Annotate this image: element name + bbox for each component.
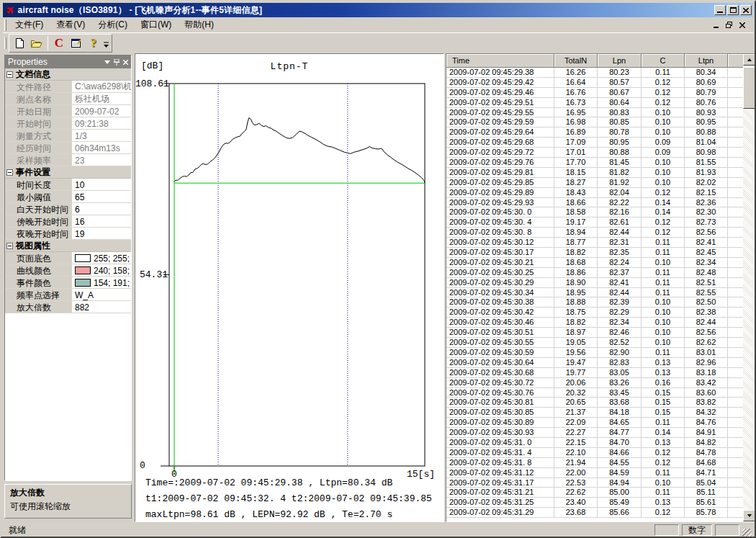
open-file-button[interactable] — [28, 35, 45, 51]
property-section-header[interactable]: 视图属性 — [5, 240, 131, 252]
new-file-button[interactable] — [11, 35, 28, 51]
table-row[interactable]: 2009-07-02 09:45:30.6819.7783.050.1383.1… — [446, 368, 743, 378]
property-row[interactable]: 事件颜色154; 191; 18 — [5, 277, 131, 289]
table-row[interactable]: 2009-07-02 09:45:29.6817.0980.950.0981.0… — [446, 138, 743, 148]
table-row[interactable]: 2009-07-02 09:45:31. 022.1584.700.1384.8… — [446, 438, 743, 448]
table-row[interactable]: 2009-07-02 09:45:30.6419.4782.830.1382.9… — [446, 358, 743, 368]
collapse-icon[interactable] — [6, 71, 13, 78]
property-row[interactable]: 曲线颜色240; 158; 15 — [5, 264, 131, 277]
table-row[interactable]: 2009-07-02 09:45:29.4216.6480.570.1280.6… — [446, 78, 743, 88]
property-value[interactable]: C:\awa6298\机场 — [72, 81, 131, 92]
property-section-header[interactable]: 事件设置 — [5, 166, 131, 179]
column-header-totaln[interactable]: TotalN — [554, 54, 598, 68]
menu-view[interactable]: 查看(V) — [50, 17, 91, 33]
menu-help[interactable]: 帮助(H) — [178, 17, 220, 33]
toolbar-overflow-button[interactable] — [102, 35, 110, 51]
property-row[interactable]: 开始时间09:21:38 — [5, 117, 131, 130]
chart-plot[interactable] — [135, 54, 444, 521]
table-row[interactable]: 2009-07-02 09:45:31. 821.9484.550.1284.6… — [446, 458, 743, 468]
table-row[interactable]: 2009-07-02 09:45:30.8521.3784.180.1584.3… — [446, 408, 743, 418]
table-row[interactable]: 2009-07-02 09:45:30.7220.0683.260.1683.4… — [446, 378, 743, 388]
table-row[interactable]: 2009-07-02 09:45:30.1218.7782.310.1182.4… — [446, 238, 743, 248]
property-row[interactable]: 经历时间06h34m13s — [5, 142, 131, 154]
table-row[interactable]: 2009-07-02 09:45:29.8918.4382.040.1282.1… — [446, 188, 743, 198]
table-row[interactable]: 2009-07-02 09:45:29.7617.7081.450.1081.5… — [446, 158, 743, 168]
property-value[interactable]: 882 — [72, 301, 131, 313]
scrollbar-thumb[interactable] — [743, 67, 755, 109]
table-row[interactable]: 2009-07-02 09:45:30.7620.3283.450.1583.6… — [446, 388, 743, 398]
table-row[interactable]: 2009-07-02 09:45:29.4616.7680.670.1280.7… — [446, 88, 743, 98]
table-row[interactable]: 2009-07-02 09:45:30.9322.2784.770.1484.9… — [446, 428, 743, 438]
table-row[interactable]: 2009-07-02 09:45:30.2518.8682.370.1182.4… — [446, 268, 743, 278]
table-row[interactable]: 2009-07-02 09:45:30.3818.8882.390.1082.5… — [446, 297, 743, 308]
property-value[interactable]: 23 — [72, 154, 131, 166]
panel-pin-button[interactable] — [114, 59, 120, 66]
table-row[interactable]: 2009-07-02 09:45:31.1222.0084.590.1184.7… — [446, 468, 743, 478]
menu-analyze[interactable]: 分析(C) — [91, 17, 134, 33]
table-row[interactable]: 2009-07-02 09:45:30. 419.1782.610.1282.7… — [446, 218, 743, 228]
property-row[interactable]: 页面底色255; 255; 25 — [5, 252, 131, 264]
table-row[interactable]: 2009-07-02 09:45:30.2118.6882.240.1082.3… — [446, 258, 743, 268]
chart-area[interactable]: [dB] Ltpn-T 108.61 54.31 0 0 15[s] Time=… — [135, 53, 444, 522]
table-row[interactable]: 2009-07-02 09:45:29.8518.2781.920.1082.0… — [446, 178, 743, 188]
table-row[interactable]: 2009-07-02 09:45:31.1722.5384.940.1085.0… — [446, 478, 743, 488]
property-value[interactable]: 06h34m13s — [72, 142, 131, 153]
property-value[interactable]: 16 — [72, 215, 131, 227]
property-value[interactable]: 栎社机场 — [72, 93, 131, 104]
table-row[interactable]: 2009-07-02 09:45:30.4618.8282.340.1082.4… — [446, 318, 743, 328]
table-row[interactable]: 2009-07-02 09:45:30. 018.5882.160.1482.3… — [446, 207, 743, 218]
maximize-button[interactable] — [727, 5, 739, 15]
mdi-close-button[interactable] — [737, 20, 747, 30]
column-header-time[interactable]: Time — [446, 54, 554, 68]
property-row[interactable]: 测量方式1/3 — [5, 130, 131, 142]
table-row[interactable]: 2009-07-02 09:45:30. 818.9482.440.1282.5… — [446, 228, 743, 238]
property-row[interactable]: 开始日期2009-07-02 — [5, 105, 131, 117]
table-row[interactable]: 2009-07-02 09:45:29.7217.0180.880.0980.9… — [446, 148, 743, 158]
property-row[interactable]: 频率点选择W_A — [5, 289, 131, 301]
column-header-c[interactable]: C — [642, 54, 685, 68]
table-row[interactable]: 2009-07-02 09:45:29.5516.9580.830.1080.9… — [446, 108, 743, 118]
property-value[interactable]: 240; 158; 15 — [72, 264, 131, 276]
resize-grip-icon[interactable] — [742, 529, 752, 538]
table-row[interactable]: 2009-07-02 09:45:30.1718.8282.350.1182.4… — [446, 248, 743, 258]
table-row[interactable]: 2009-07-02 09:45:30.4218.7582.290.1082.3… — [446, 308, 743, 318]
property-row[interactable]: 测点名称栎社机场 — [5, 93, 131, 105]
table-row[interactable]: 2009-07-02 09:45:31. 422.1084.660.1284.7… — [446, 448, 743, 458]
c-tool-button[interactable]: C — [50, 35, 68, 51]
scroll-down-button[interactable] — [743, 510, 755, 521]
table-row[interactable]: 2009-07-02 09:45:30.3418.9582.440.1182.5… — [446, 288, 743, 298]
panel-close-button[interactable] — [123, 60, 128, 65]
property-value[interactable]: 65 — [72, 191, 131, 202]
property-value[interactable]: 2009-07-02 — [72, 105, 131, 117]
property-value[interactable]: 6 — [72, 203, 131, 215]
property-row[interactable]: 放大倍数882 — [5, 301, 131, 313]
menu-grip[interactable] — [4, 19, 6, 31]
table-row[interactable]: 2009-07-02 09:45:30.5118.9782.460.1082.5… — [446, 328, 743, 338]
property-row[interactable]: 文件路径C:\awa6298\机场 — [5, 81, 131, 93]
property-value[interactable]: W_A — [72, 289, 131, 300]
scroll-up-button[interactable] — [743, 54, 755, 66]
minimize-button[interactable] — [714, 5, 726, 15]
mdi-minimize-button[interactable] — [711, 20, 721, 30]
toolbar-grip[interactable] — [4, 37, 6, 49]
properties-panel-header[interactable]: Properties — [5, 55, 131, 68]
table-row[interactable]: 2009-07-02 09:45:29.8118.1581.820.1081.9… — [446, 168, 743, 178]
table-row[interactable]: 2009-07-02 09:45:30.5519.0582.520.1082.6… — [446, 338, 743, 348]
panel-menu-button[interactable] — [104, 60, 110, 64]
table-row[interactable]: 2009-07-02 09:45:30.2918.9082.410.1182.5… — [446, 278, 743, 288]
table-row[interactable]: 2009-07-02 09:45:30.8120.6583.680.1583.8… — [446, 398, 743, 408]
property-value[interactable]: 10 — [72, 179, 131, 190]
table-row[interactable]: 2009-07-02 09:45:29.9318.6682.220.1482.3… — [446, 198, 743, 208]
table-row[interactable]: 2009-07-02 09:45:29.6416.8980.780.1080.8… — [446, 127, 743, 138]
table-row[interactable]: 2009-07-02 09:45:31.2923.6885.660.1285.7… — [446, 508, 743, 518]
property-value[interactable]: 154; 191; 18 — [72, 277, 131, 288]
properties-tool-button[interactable] — [68, 35, 85, 51]
property-value[interactable]: 255; 255; 25 — [72, 252, 131, 264]
table-row[interactable]: 2009-07-02 09:45:30.5919.5682.900.1183.0… — [446, 348, 743, 358]
property-row[interactable]: 夜晚开始时间19 — [5, 228, 131, 240]
property-value[interactable]: 09:21:38 — [72, 117, 131, 129]
property-row[interactable]: 最小阈值65 — [5, 191, 131, 203]
mdi-restore-button[interactable] — [724, 20, 734, 30]
table-row[interactable]: 2009-07-02 09:45:31.2523.4085.490.1385.6… — [446, 498, 743, 508]
table-row[interactable]: 2009-07-02 09:45:29.3816.2680.230.1180.3… — [446, 68, 743, 78]
